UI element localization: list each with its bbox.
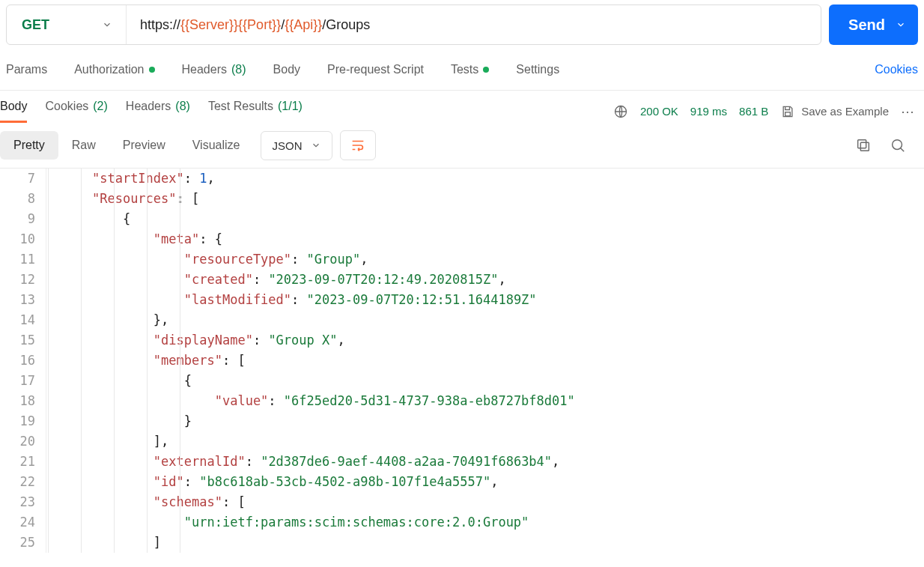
cookies-link[interactable]: Cookies <box>875 63 918 76</box>
code-line: "startIndex": 1, <box>61 169 575 189</box>
code-line: "members": [ <box>61 351 575 371</box>
http-method-label: GET <box>22 17 49 33</box>
svg-line-5 <box>901 148 905 152</box>
search-icon[interactable] <box>890 137 906 154</box>
tab-params[interactable]: Params <box>6 63 47 76</box>
svg-rect-3 <box>858 140 866 148</box>
response-body-viewer: 78910111213141516171819202122232425 "sta… <box>0 169 924 553</box>
view-preview[interactable]: Preview <box>109 131 179 160</box>
line-number: 11 <box>0 249 35 270</box>
line-number: 10 <box>0 229 35 249</box>
line-number: 7 <box>0 169 35 189</box>
url-variable: {{Api}} <box>285 17 322 33</box>
svg-rect-2 <box>860 142 869 151</box>
code-line: ] <box>61 533 575 553</box>
code-line: } <box>61 411 575 431</box>
line-number: 9 <box>0 209 35 229</box>
method-url-group: GET https://{{Server}}{{Port}}/{{Api}}/G… <box>6 4 821 45</box>
code-line: "externalId": "2d387de6-9aef-4408-a2aa-7… <box>61 452 575 472</box>
line-number: 20 <box>0 431 35 452</box>
tab-settings[interactable]: Settings <box>516 63 559 76</box>
line-number: 14 <box>0 310 35 330</box>
response-size: 861 B <box>739 105 768 118</box>
resp-tab-cookies[interactable]: Cookies (2) <box>45 100 107 123</box>
svg-point-4 <box>893 140 902 150</box>
code-line: "id": "b8c618ab-53cb-4502-a98b-107f1e4a5… <box>61 472 575 492</box>
url-text: /Groups <box>322 17 370 33</box>
view-pretty[interactable]: Pretty <box>0 131 58 160</box>
line-number-gutter: 78910111213141516171819202122232425 <box>0 169 46 553</box>
response-tabs: Body Cookies (2) Headers (8) Test Result… <box>0 100 303 123</box>
globe-icon[interactable] <box>613 104 628 119</box>
request-tabs: Params Authorization Headers (8) Body Pr… <box>0 49 924 91</box>
code-line: "Resources": [ <box>61 189 575 209</box>
url-variable: {{Port}} <box>238 17 281 33</box>
format-select[interactable]: JSON <box>261 131 332 160</box>
chevron-down-icon <box>102 19 112 30</box>
more-menu-icon[interactable]: ⋯ <box>901 103 918 120</box>
line-number: 17 <box>0 371 35 391</box>
status-dot-icon <box>149 67 155 73</box>
url-text: https:// <box>140 17 180 33</box>
status-dot-icon <box>483 67 489 73</box>
view-toolbar: Pretty Raw Preview Visualize JSON <box>0 123 924 169</box>
wrap-lines-button[interactable] <box>340 130 376 160</box>
code-line: }, <box>61 310 575 330</box>
tab-prerequest[interactable]: Pre-request Script <box>327 63 424 76</box>
tab-authorization[interactable]: Authorization <box>74 63 154 76</box>
view-visualize[interactable]: Visualize <box>179 131 254 160</box>
code-line: "urn:ietf:params:scim:schemas:core:2.0:G… <box>61 512 575 533</box>
code-line: "displayName": "Group X", <box>61 330 575 351</box>
view-raw[interactable]: Raw <box>58 131 109 160</box>
send-label: Send <box>848 16 885 34</box>
response-meta: 200 OK 919 ms 861 B Save as Example ⋯ <box>613 103 918 120</box>
code-line: "lastModified": "2023-09-07T20:12:51.164… <box>61 290 575 310</box>
line-number: 24 <box>0 512 35 533</box>
url-variable: {{Server}} <box>180 17 238 33</box>
tab-tests[interactable]: Tests <box>451 63 489 76</box>
line-number: 21 <box>0 452 35 472</box>
code-line: { <box>61 209 575 229</box>
line-number: 23 <box>0 492 35 512</box>
line-number: 22 <box>0 472 35 492</box>
resp-tab-body[interactable]: Body <box>0 100 27 123</box>
line-number: 16 <box>0 351 35 371</box>
code-line: "schemas": [ <box>61 492 575 512</box>
line-number: 8 <box>0 189 35 209</box>
response-time: 919 ms <box>690 105 727 118</box>
status-code: 200 OK <box>640 105 678 118</box>
resp-tab-headers[interactable]: Headers (8) <box>126 100 190 123</box>
send-button[interactable]: Send <box>829 4 918 45</box>
save-example-label: Save as Example <box>801 105 889 118</box>
format-label: JSON <box>272 139 302 152</box>
resp-tab-test-results[interactable]: Test Results (1/1) <box>208 100 303 123</box>
code-line: "meta": { <box>61 229 575 249</box>
tab-body[interactable]: Body <box>273 63 300 76</box>
code-line: "value": "6f25ed20-5d31-4737-938a-eb8727… <box>61 391 575 411</box>
code-line: { <box>61 371 575 391</box>
code-lines[interactable]: "startIndex": 1, "Resources": [ { "meta"… <box>46 169 575 553</box>
code-line: ], <box>61 431 575 452</box>
line-number: 12 <box>0 270 35 290</box>
line-number: 25 <box>0 533 35 553</box>
wrap-icon <box>350 137 366 154</box>
code-line: "resourceType": "Group", <box>61 249 575 270</box>
chevron-down-icon[interactable] <box>896 19 906 30</box>
line-number: 19 <box>0 411 35 431</box>
code-line: "created": "2023-09-07T20:12:49.2020815Z… <box>61 270 575 290</box>
tab-headers[interactable]: Headers (8) <box>182 63 246 76</box>
chevron-down-icon <box>311 140 321 151</box>
save-icon <box>780 104 795 119</box>
request-bar: GET https://{{Server}}{{Port}}/{{Api}}/G… <box>0 0 924 49</box>
line-number: 13 <box>0 290 35 310</box>
line-number: 15 <box>0 330 35 351</box>
response-bar: Body Cookies (2) Headers (8) Test Result… <box>0 91 924 123</box>
copy-icon[interactable] <box>855 137 872 154</box>
url-input[interactable]: https://{{Server}}{{Port}}/{{Api}}/Group… <box>127 5 821 44</box>
line-number: 18 <box>0 391 35 411</box>
http-method-select[interactable]: GET <box>7 5 127 44</box>
save-as-example-button[interactable]: Save as Example <box>780 104 889 119</box>
view-mode-tabs: Pretty Raw Preview Visualize <box>0 131 253 160</box>
svg-rect-1 <box>785 112 791 115</box>
